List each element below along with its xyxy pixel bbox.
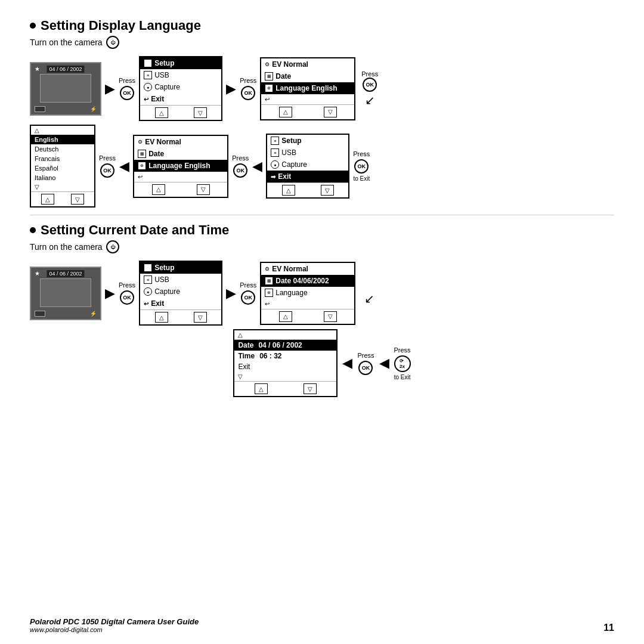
- press-group-s2-mode: Press ⟳2x to Exit: [394, 346, 411, 380]
- arrow2: ▶: [226, 81, 236, 97]
- section2-title: Setting Current Date and Time: [30, 222, 614, 238]
- exit-s2: ↩ Exit: [140, 298, 221, 309]
- usb-icon-s2: ≡: [144, 275, 152, 284]
- corner-indicator-2: Press ↙: [363, 281, 376, 306]
- lang-icon-s2: ⊕: [265, 289, 273, 297]
- section1-title: Setting Display Language: [30, 18, 614, 33]
- lang-deutsch: Deutsch: [31, 144, 94, 154]
- mode-btn[interactable]: ⟳2x: [394, 355, 411, 372]
- cam-icon-right-2: ⚡: [90, 311, 97, 317]
- corner-indicator-1: Press OK ↙: [361, 70, 378, 107]
- footer-url: www.polaroid-digital.com: [30, 626, 199, 633]
- capture-icon-1: ●: [144, 83, 152, 91]
- tri-up-1[interactable]: △: [155, 107, 168, 118]
- press-group-s2-r2: Press OK: [357, 352, 374, 375]
- ev-footer-1: △ ▽: [261, 104, 354, 119]
- cam-date-2: 04 / 06 / 2002: [47, 270, 84, 277]
- language-item-s2: ⊕ Language: [261, 287, 354, 299]
- capture-item-2: ● Capture: [267, 159, 348, 171]
- press-group-r2-1: Press OK to Exit: [353, 150, 370, 182]
- ok-s2-1[interactable]: OK: [120, 290, 134, 305]
- ok-r2-1[interactable]: OK: [354, 159, 369, 174]
- language-item-1: ⊕ Language English: [261, 82, 354, 94]
- ok-s2-2[interactable]: OK: [241, 290, 255, 305]
- exit-item-2: ➡ Exit: [267, 171, 348, 182]
- setup-footer-2: △ ▽: [267, 182, 348, 197]
- star-icon: ★: [35, 66, 40, 72]
- lang-francais: Francais: [31, 154, 94, 163]
- lang-footer: △ ▽: [31, 191, 94, 206]
- menu-footer-1: △ ▽: [140, 105, 221, 120]
- press-group-2: Press OK: [240, 77, 256, 100]
- capture-icon-2: ●: [271, 160, 279, 169]
- ok-s2-r2[interactable]: OK: [358, 361, 373, 375]
- language-item-2: ⊕ Language English: [134, 160, 227, 172]
- usb-s2: ≡ USB: [140, 274, 221, 286]
- ev-menu-1: ⚙ EV Normal ▦ Date ⊕ Language English ↩ …: [260, 57, 355, 120]
- ev-menu-s2: ⚙ EV Normal ▦ Date 04/06/2002 ⊕ Language…: [260, 262, 355, 325]
- dt-tri-up[interactable]: △: [255, 383, 268, 394]
- section2-row1: ★ 04 / 06 / 2002 ⚡ ▶ Press OK ≡ Setup: [30, 261, 614, 326]
- ev-exit-arrow-2: ↩: [138, 174, 143, 180]
- ev-normal-item-2: ⚙ EV Normal: [134, 136, 227, 148]
- ev-normal-item-1: ⚙ EV Normal: [261, 58, 354, 70]
- lang-english: English: [31, 135, 94, 144]
- cam-icon-left: [35, 106, 45, 112]
- ev-item-s2: ⚙ EV Normal: [261, 263, 354, 275]
- ev-tri-down-2[interactable]: ▽: [197, 184, 210, 195]
- setup-tri-down-2[interactable]: ▽: [321, 185, 334, 196]
- ok-r2-3[interactable]: OK: [100, 163, 114, 178]
- ev-exit-arrow-1: ↩: [265, 96, 270, 103]
- exit-arrow-1: ↩: [144, 96, 148, 103]
- section2-row2: △ Date 04 / 06 / 2002 Time 06 : 32 Exit …: [30, 329, 614, 397]
- section1-subtitle: Turn on the camera ⏻: [30, 36, 614, 49]
- exit-item-1: ↩ Exit: [140, 93, 221, 105]
- ok-button-2[interactable]: OK: [241, 86, 255, 100]
- lang-espanol: Español: [31, 163, 94, 173]
- dt-exit-row: Exit: [234, 361, 336, 372]
- setup-tri-up-s2[interactable]: △: [155, 312, 168, 323]
- setup-tri-down-s2[interactable]: ▽: [194, 312, 207, 323]
- lang-tri-btn-up[interactable]: △: [41, 194, 54, 205]
- setup-tri-up-2[interactable]: △: [282, 185, 295, 196]
- ev-menu-2: ⚙ EV Normal ▦ Date ⊕ Language English ↩ …: [133, 135, 228, 198]
- section1: Setting Display Language Turn on the cam…: [30, 18, 614, 208]
- arrow4: ▶: [226, 286, 236, 301]
- section-divider: [30, 215, 614, 215]
- date-item-s2: ▦ Date 04/06/2002: [261, 275, 354, 287]
- section2-subtitle: Turn on the camera ⏻: [30, 240, 614, 253]
- ev-tri-up-1[interactable]: △: [279, 107, 292, 117]
- setup-icon-s2: ≡: [144, 264, 152, 272]
- cam-bottom-1: ⚡: [35, 106, 97, 112]
- ok-button-1[interactable]: OK: [120, 86, 134, 100]
- dt-tri-down[interactable]: ▽: [304, 383, 317, 394]
- setup-menu-1: ≡ Setup ≡ USB ● Capture ↩ Exit △ ▽: [139, 56, 222, 121]
- dt-tri-top: △: [234, 330, 336, 340]
- tri-down-1[interactable]: ▽: [194, 107, 207, 118]
- cam-window-2: [40, 278, 91, 307]
- usb-item-2: ≡ USB: [267, 147, 348, 159]
- mode-icon-group: ⟳2x: [394, 355, 411, 372]
- arrow-left-2: ◀: [252, 159, 262, 174]
- ev-icon-2: ⚙: [138, 139, 143, 145]
- ev-tri-down-s2[interactable]: ▽: [324, 311, 337, 322]
- ev-exit-s2: ↩: [261, 299, 354, 309]
- date-icon-2: ▦: [138, 150, 146, 158]
- ev-tri-up-s2[interactable]: △: [279, 311, 292, 322]
- capture-s2: ● Capture: [140, 286, 221, 298]
- press-group-r2-3: Press OK: [99, 154, 116, 178]
- arrow-left-s2-2: ◀: [379, 355, 389, 371]
- ok-r2-2[interactable]: OK: [233, 163, 247, 178]
- arrow-left-s2: ◀: [342, 355, 352, 371]
- lang-tri-down: ▽: [31, 182, 94, 191]
- camera-preview-1: ★ 04 / 06 / 2002 ⚡: [30, 62, 101, 116]
- ev-tri-up-2[interactable]: △: [152, 184, 165, 195]
- lang-tri-btn-down[interactable]: ▽: [71, 194, 84, 205]
- ev-tri-down-1[interactable]: ▽: [324, 107, 337, 117]
- ok-button-3[interactable]: OK: [363, 78, 377, 92]
- arrow-left-1: ◀: [119, 159, 129, 174]
- date-icon-s2: ▦: [265, 277, 273, 285]
- down-arrow-2: ↙: [364, 292, 374, 306]
- ev-exit-2: ↩: [134, 172, 227, 182]
- date-icon-1: ▦: [265, 72, 273, 80]
